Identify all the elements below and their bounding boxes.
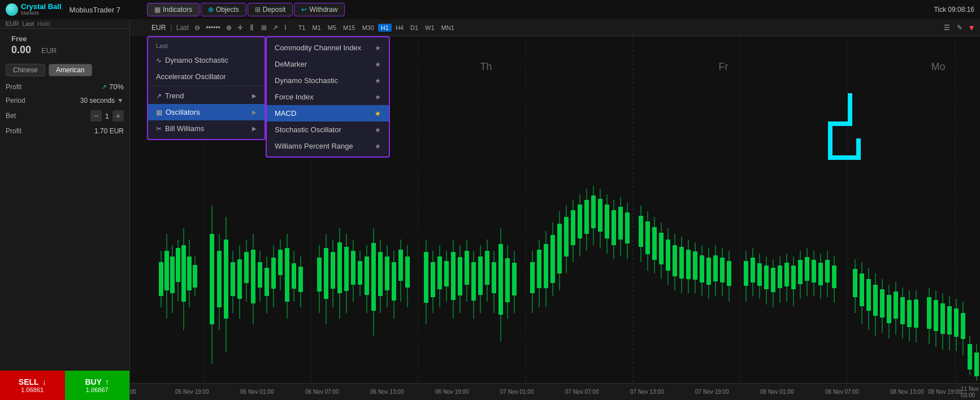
force-index-label: Force Index [275, 93, 314, 101]
dynamo-label: Dynamo Stochastic [165, 56, 228, 64]
menu-item-accelerator[interactable]: Accelerator Oscillator [148, 68, 264, 85]
svg-rect-178 [778, 266, 782, 288]
menu-item-bill-williams[interactable]: ✂ Bill Williams ▶ [148, 120, 264, 137]
stochastic-label: Stochastic Oscillator [275, 125, 341, 134]
tf-m30[interactable]: M30 [359, 24, 376, 32]
tf-d1[interactable]: D1 [407, 24, 421, 32]
svg-rect-164 [720, 258, 725, 282]
svg-rect-82 [424, 252, 428, 303]
tf-t1[interactable]: T1 [296, 24, 309, 32]
svg-rect-192 [825, 260, 830, 282]
menu-item-dynamo[interactable]: ∿ Dynamo Stochastic [148, 52, 264, 68]
svg-rect-80 [405, 256, 410, 288]
deposit-button[interactable]: ⊞ Deposit [248, 3, 293, 16]
tf-h1[interactable]: H1 [378, 24, 392, 32]
svg-rect-144 [652, 227, 657, 260]
period-dropdown-icon[interactable]: ▼ [117, 97, 124, 105]
svg-rect-22 [187, 256, 192, 290]
svg-rect-16 [170, 256, 175, 293]
svg-rect-122 [571, 210, 575, 245]
chart-type-btn[interactable]: ⌇ [282, 23, 289, 32]
buy-button[interactable]: BUY ↑ 1.06867 [65, 371, 130, 400]
profit-label: Profit [6, 83, 21, 91]
williams-range-star-icon[interactable]: ★ [375, 142, 381, 150]
american-btn[interactable]: American [49, 64, 92, 76]
svg-rect-26 [210, 234, 214, 324]
menu-l2-item-demarker[interactable]: DeMarker ★ [267, 56, 389, 72]
app-logo: Crystal Ball Markets [6, 3, 62, 16]
time-label-1: 05 Nov 19:00 [175, 389, 209, 395]
svg-rect-62 [344, 247, 349, 291]
svg-rect-32 [231, 262, 235, 296]
tf-m1[interactable]: M1 [309, 24, 323, 32]
tf-w1[interactable]: W1 [422, 24, 437, 32]
zoom-in-btn[interactable]: ⊕ [224, 23, 233, 32]
tf-m5[interactable]: M5 [325, 24, 339, 32]
time-label-10: 08 Nov 01:00 [760, 389, 794, 395]
svg-rect-58 [331, 252, 335, 289]
dots-btn[interactable]: •••••• [204, 23, 222, 32]
pencil-btn[interactable]: ✎ [955, 23, 964, 32]
svg-rect-110 [530, 262, 535, 293]
svg-text:Th: Th [480, 61, 492, 72]
menu-item-oscillators[interactable]: ▦ Oscillators ▶ [148, 104, 264, 120]
svg-rect-188 [812, 260, 816, 282]
time-label-5: 06 Nov 19:00 [435, 389, 469, 395]
svg-rect-130 [598, 199, 602, 232]
time-label-2: 06 Nov 01:00 [240, 389, 274, 395]
svg-rect-114 [544, 244, 548, 288]
cci-star-icon[interactable]: ★ [375, 44, 381, 52]
indicators-button[interactable]: ▦ Indicators [147, 3, 200, 16]
svg-rect-84 [431, 262, 435, 297]
svg-text:Fr: Fr [719, 61, 729, 72]
svg-rect-24 [193, 265, 197, 288]
menu-l2-item-force-index[interactable]: Force Index ★ [267, 89, 389, 105]
cci-label: Commodity Channel Index [275, 44, 361, 52]
stochastic-star-icon[interactable]: ★ [375, 126, 381, 134]
profit-row: Profit ↗ 70% [0, 80, 129, 94]
menu-l2-item-cci[interactable]: Commodity Channel Index ★ [267, 40, 389, 56]
svg-rect-100 [485, 251, 489, 285]
bill-williams-arrow-icon: ▶ [252, 125, 257, 132]
menu-l2-item-williams-range[interactable]: Williams Percent Range ★ [267, 138, 389, 154]
menu-l2-item-macd[interactable]: MACD ★ [267, 105, 389, 121]
zoom-out-btn[interactable]: ⊖ [193, 23, 202, 32]
svg-text:Mo: Mo [931, 61, 945, 72]
line-btn[interactable]: ↗ [271, 23, 280, 32]
svg-rect-146 [659, 233, 664, 264]
sell-button[interactable]: SELL ↓ 1.06861 [0, 371, 65, 400]
bar-type-btn[interactable]: 𝍪 [247, 22, 257, 33]
macd-label: MACD [275, 109, 296, 118]
chart-pair-label: EUR [151, 24, 166, 32]
candle-btn[interactable]: ⊞ [259, 23, 268, 32]
withdraw-button[interactable]: ↩ Withdraw [294, 3, 345, 16]
tf-h4[interactable]: H4 [393, 24, 406, 32]
menu-item-trend[interactable]: ↗ Trend ▶ [148, 88, 264, 104]
menu-l2-item-dynamo-stoch[interactable]: Dynamo Stochastic ★ [267, 72, 389, 89]
tf-mn1[interactable]: MN1 [439, 24, 457, 32]
macd-star-icon[interactable]: ★ [375, 110, 381, 118]
force-index-star-icon[interactable]: ★ [375, 93, 381, 101]
chinese-btn[interactable]: Chinese [6, 64, 45, 76]
objects-button[interactable]: ⊕ Objects [201, 3, 246, 16]
bet-minus-btn[interactable]: − [90, 110, 102, 121]
svg-rect-180 [784, 263, 789, 286]
svg-rect-78 [398, 250, 403, 281]
menu-l2-item-stochastic[interactable]: Stochastic Oscillator ★ [267, 121, 389, 138]
svg-rect-38 [251, 250, 255, 303]
tf-m15[interactable]: M15 [340, 24, 358, 32]
svg-rect-212 [907, 300, 912, 327]
crosshair-btn[interactable]: ✛ [236, 23, 245, 32]
svg-rect-162 [713, 255, 718, 281]
dynamo-stoch-star-icon[interactable]: ★ [375, 77, 381, 85]
svg-rect-18 [176, 248, 180, 282]
svg-rect-124 [578, 205, 582, 238]
settings-btn[interactable]: ☰ [942, 23, 952, 32]
svg-rect-64 [351, 251, 355, 285]
bet-plus-btn[interactable]: + [112, 110, 124, 121]
demarker-star-icon[interactable]: ★ [375, 60, 381, 68]
timeframe-buttons: T1 M1 M5 M15 M30 H1 H4 D1 W1 MN1 [296, 24, 457, 32]
cyan-logo [827, 93, 873, 162]
svg-rect-86 [437, 256, 442, 289]
bar-chart-icon: ▦ [154, 6, 161, 14]
